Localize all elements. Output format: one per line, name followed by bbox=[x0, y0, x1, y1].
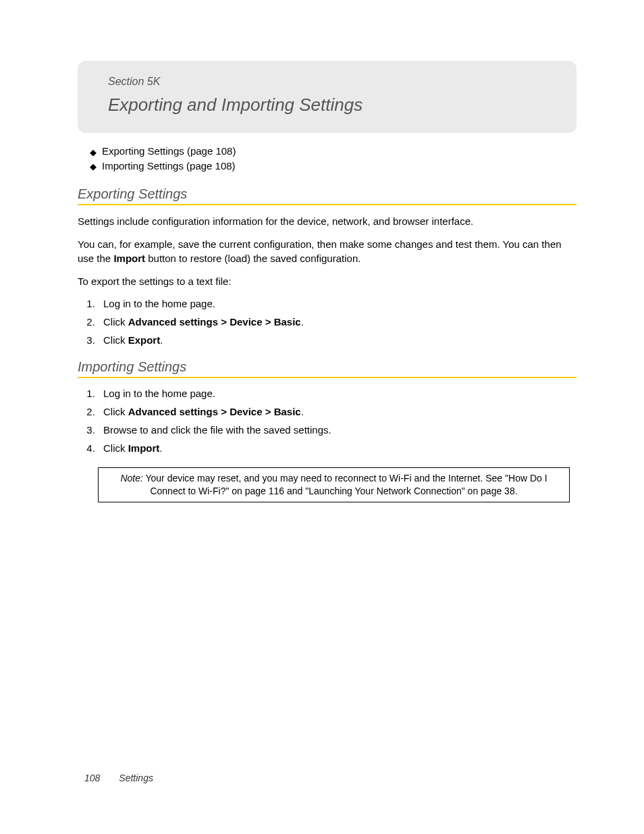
diamond-bullet-icon: ◆ bbox=[90, 161, 98, 172]
text-run: . bbox=[301, 406, 304, 417]
bold-text: > bbox=[218, 316, 230, 328]
bold-text: > bbox=[263, 406, 274, 417]
toc-item-label: Exporting Settings (page 108) bbox=[102, 145, 236, 157]
paragraph: Settings include configuration informati… bbox=[78, 215, 576, 228]
bold-text: > bbox=[218, 406, 230, 417]
note-text: Your device may reset, and you may need … bbox=[143, 473, 547, 496]
text-run: Click bbox=[103, 406, 128, 417]
bold-text: Device bbox=[230, 316, 262, 328]
text-run: . bbox=[159, 442, 162, 454]
page-footer: 108Settings bbox=[84, 773, 153, 783]
bold-text: Import bbox=[128, 442, 160, 454]
paragraph: You can, for example, save the current c… bbox=[78, 238, 576, 265]
text-run: Click bbox=[103, 334, 128, 346]
step-item: Click Import. bbox=[98, 442, 576, 454]
section-label: Section 5K bbox=[108, 76, 556, 88]
table-of-contents: ◆Exporting Settings (page 108) ◆Importin… bbox=[90, 145, 576, 172]
chapter-name: Settings bbox=[119, 773, 153, 783]
document-page: Section 5K Exporting and Importing Setti… bbox=[0, 0, 644, 834]
bold-text: Basic bbox=[274, 406, 301, 417]
bold-text: Basic bbox=[274, 316, 301, 328]
toc-item: ◆Importing Settings (page 108) bbox=[90, 160, 576, 172]
bold-text: Export bbox=[128, 334, 161, 346]
toc-item: ◆Exporting Settings (page 108) bbox=[90, 145, 576, 157]
heading-importing-settings: Importing Settings bbox=[78, 359, 576, 378]
note-box: Note: Your device may reset, and you may… bbox=[98, 467, 570, 502]
step-text: Log in to the home page. bbox=[103, 388, 215, 399]
step-item: Browse to and click the file with the sa… bbox=[98, 424, 576, 436]
toc-item-label: Importing Settings (page 108) bbox=[102, 160, 236, 172]
bold-text: > bbox=[263, 316, 274, 328]
importing-steps-list: Log in to the home page. Click Advanced … bbox=[84, 388, 576, 454]
step-item: Log in to the home page. bbox=[98, 388, 576, 399]
text-run: Click bbox=[103, 442, 128, 454]
step-text: Browse to and click the file with the sa… bbox=[103, 424, 331, 436]
diamond-bullet-icon: ◆ bbox=[90, 147, 98, 157]
step-text: Log in to the home page. bbox=[103, 298, 215, 309]
section-title: Exporting and Importing Settings bbox=[108, 95, 556, 115]
text-run: . bbox=[160, 334, 163, 346]
heading-exporting-settings: Exporting Settings bbox=[78, 186, 576, 205]
bold-text: Device bbox=[230, 406, 262, 417]
step-item: Click Advanced settings > Device > Basic… bbox=[98, 406, 576, 417]
note-label: Note: bbox=[120, 473, 142, 484]
exporting-steps-list: Log in to the home page. Click Advanced … bbox=[84, 298, 576, 346]
paragraph: To export the settings to a text file: bbox=[78, 275, 576, 288]
page-number: 108 bbox=[84, 773, 100, 783]
section-header-box: Section 5K Exporting and Importing Setti… bbox=[78, 61, 576, 133]
step-item: Log in to the home page. bbox=[98, 298, 576, 309]
text-run: button to restore (load) the saved confi… bbox=[145, 253, 360, 264]
step-item: Click Advanced settings > Device > Basic… bbox=[98, 316, 576, 328]
bold-text: Advanced settings bbox=[128, 316, 218, 328]
bold-text: Import bbox=[113, 253, 145, 264]
text-run: Click bbox=[103, 316, 128, 328]
bold-text: Advanced settings bbox=[128, 406, 218, 417]
step-item: Click Export. bbox=[98, 334, 576, 346]
text-run: . bbox=[301, 316, 304, 328]
